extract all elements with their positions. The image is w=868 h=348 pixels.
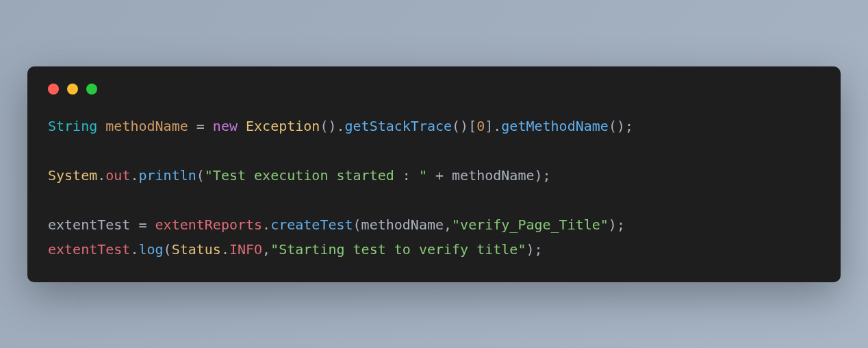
code-window: String methodName = new Exception().getS… — [27, 66, 841, 282]
minimize-icon[interactable] — [67, 84, 78, 95]
identifier: extentTest — [48, 216, 130, 233]
punctuation: ( — [353, 216, 361, 233]
punctuation: . — [97, 167, 105, 184]
punctuation: . — [130, 241, 138, 258]
method-name: getMethodName — [501, 118, 609, 134]
punctuation: . — [262, 216, 270, 233]
new-keyword: new — [213, 118, 238, 134]
string-literal: "Starting test to verify title" — [270, 241, 526, 258]
type-keyword: String — [48, 118, 97, 134]
punctuation: , — [262, 241, 270, 258]
class-name: Exception — [246, 118, 320, 134]
identifier: extentReports — [155, 216, 263, 233]
method-name: getStackTrace — [345, 118, 452, 134]
punctuation: ); — [534, 167, 550, 184]
code-block: String methodName = new Exception().getS… — [48, 114, 820, 262]
punctuation: ); — [609, 216, 625, 233]
space — [238, 118, 246, 134]
punctuation: ]. — [485, 118, 501, 134]
operator: = — [130, 216, 155, 233]
string-literal: "verify_Page_Title" — [452, 216, 609, 233]
number-literal: 0 — [476, 118, 485, 134]
punctuation: (); — [609, 118, 633, 134]
maximize-icon[interactable] — [86, 84, 97, 95]
punctuation: ()[ — [452, 118, 476, 134]
identifier: out — [105, 167, 130, 184]
operator: = — [188, 118, 213, 134]
class-name: System — [48, 167, 97, 184]
punctuation: . — [221, 241, 229, 258]
punctuation: ( — [196, 167, 205, 184]
variable-name: methodName — [105, 118, 188, 134]
method-name: createTest — [270, 216, 353, 233]
identifier: methodName — [452, 167, 534, 184]
punctuation: (). — [320, 118, 344, 134]
identifier: methodName — [361, 216, 444, 233]
punctuation: ( — [164, 241, 172, 258]
window-controls — [48, 84, 820, 95]
class-name: Status — [172, 241, 221, 258]
punctuation: . — [130, 167, 138, 184]
method-name: println — [138, 167, 196, 184]
punctuation: ); — [526, 241, 542, 258]
operator: + — [427, 167, 452, 184]
punctuation: , — [444, 216, 452, 233]
constant: INFO — [229, 241, 262, 258]
close-icon[interactable] — [48, 84, 59, 95]
string-literal: "Test execution started : " — [205, 167, 427, 184]
identifier: extentTest — [48, 241, 130, 258]
method-name: log — [138, 241, 163, 258]
